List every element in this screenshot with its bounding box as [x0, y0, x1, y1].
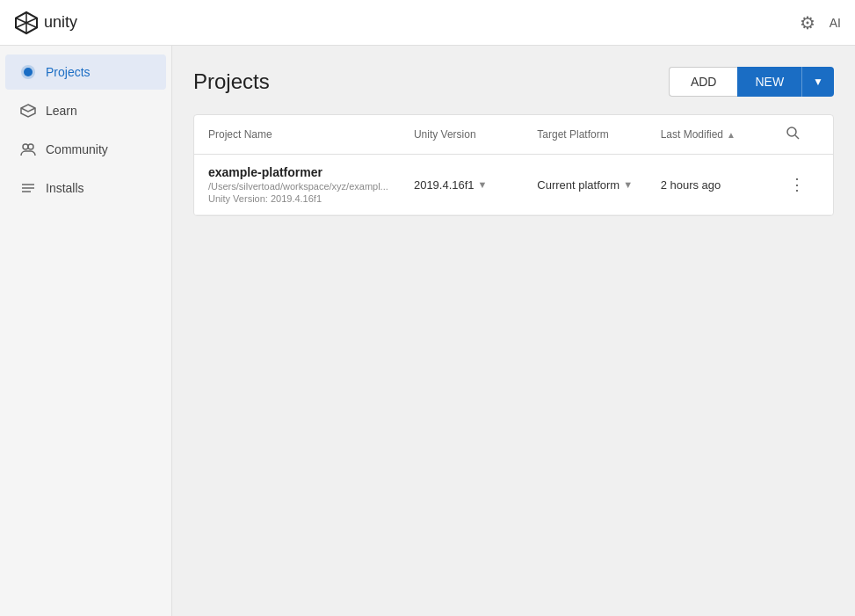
project-version-note: Unity Version: 2019.4.16f1 [208, 193, 414, 204]
unity-logo[interactable]: unity [14, 11, 77, 35]
version-dropdown-icon[interactable]: ▼ [478, 179, 488, 190]
project-version: 2019.4.16f1 [414, 178, 475, 192]
unity-wordmark: unity [44, 13, 77, 32]
col-target-platform: Target Platform [537, 128, 660, 141]
search-button[interactable] [784, 124, 801, 145]
community-icon [19, 141, 37, 158]
col-last-modified: Last Modified ▲ [661, 128, 784, 141]
sidebar-item-community[interactable]: Community [5, 132, 166, 167]
header-actions: ADD NEW ▼ [669, 67, 834, 97]
sort-arrow-icon: ▲ [727, 130, 735, 140]
page-title: Projects [193, 69, 270, 94]
sidebar-label-community: Community [46, 142, 108, 156]
layout: Projects Learn Community [0, 46, 855, 616]
svg-point-7 [787, 127, 796, 136]
new-button[interactable]: NEW [737, 67, 801, 97]
sidebar-label-projects: Projects [46, 65, 91, 79]
platform-dropdown-icon[interactable]: ▼ [623, 179, 633, 190]
projects-icon [19, 63, 37, 81]
col-search [784, 124, 819, 145]
modified-cell: 2 hours ago [661, 178, 784, 192]
project-platform: Current platform [537, 178, 620, 192]
project-path: /Users/silvertoad/workspace/xyz/exampl..… [208, 181, 414, 192]
project-modified: 2 hours ago [661, 178, 721, 192]
installs-icon [19, 179, 37, 197]
more-options-button[interactable]: ⋮ [784, 173, 810, 196]
svg-point-1 [24, 68, 33, 76]
sidebar-item-projects[interactable]: Projects [5, 54, 166, 90]
topbar-right: ⚙ AI [800, 12, 841, 33]
table-header: Project Name Unity Version Target Platfo… [194, 115, 833, 155]
topbar-left: unity [14, 11, 77, 35]
sidebar-label-installs: Installs [46, 181, 84, 195]
svg-point-3 [28, 144, 33, 149]
col-project-name: Project Name [208, 128, 414, 141]
settings-icon[interactable]: ⚙ [800, 12, 815, 33]
main-content: Projects ADD NEW ▼ Project Name Unity Ve… [172, 46, 855, 616]
project-name-cell: example-platformer /Users/silvertoad/wor… [208, 165, 414, 204]
projects-table: Project Name Unity Version Target Platfo… [193, 114, 834, 216]
svg-point-2 [23, 144, 28, 149]
sidebar-item-learn[interactable]: Learn [5, 93, 166, 128]
ai-button[interactable]: AI [830, 16, 841, 30]
add-button[interactable]: ADD [669, 67, 738, 97]
svg-line-8 [795, 135, 799, 139]
sidebar-item-installs[interactable]: Installs [5, 170, 166, 206]
projects-header: Projects ADD NEW ▼ [193, 67, 834, 97]
project-name: example-platformer [208, 165, 414, 179]
sidebar-label-learn: Learn [46, 104, 77, 118]
sidebar: Projects Learn Community [0, 46, 172, 616]
table-row[interactable]: example-platformer /Users/silvertoad/wor… [194, 155, 833, 215]
row-actions: ⋮ [784, 173, 819, 196]
unity-logo-icon [14, 11, 39, 35]
new-dropdown-button[interactable]: ▼ [801, 67, 834, 97]
platform-cell: Current platform ▼ [537, 178, 660, 192]
col-unity-version: Unity Version [414, 128, 537, 141]
learn-icon [19, 102, 37, 120]
topbar: unity ⚙ AI [0, 0, 855, 46]
version-cell: 2019.4.16f1 ▼ [414, 178, 537, 192]
search-icon [786, 126, 800, 140]
